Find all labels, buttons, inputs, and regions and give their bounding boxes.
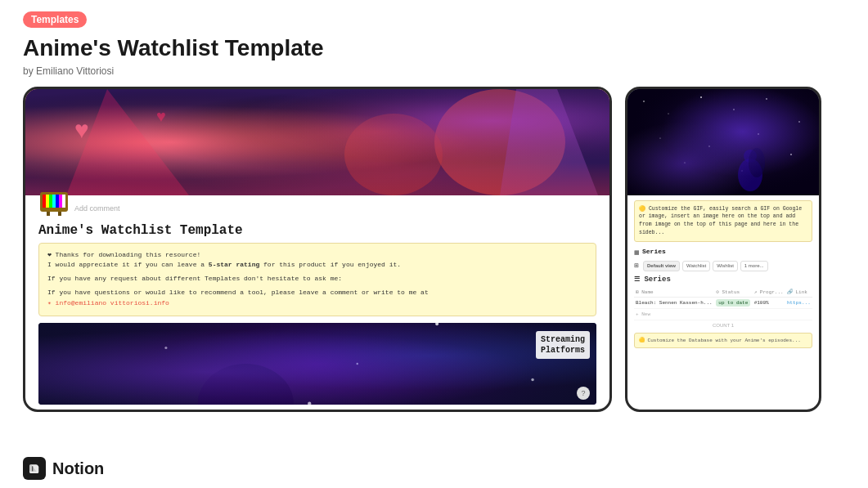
gif-customize-text: Customize the GIF, easily search a GIF o…	[634, 200, 812, 242]
svg-rect-17	[59, 195, 62, 208]
page-author: by Emiliano Vittoriosi	[23, 65, 845, 77]
streaming-label: Streaming Platforms	[536, 331, 590, 359]
info-line2: I would appreciate it if you can leave a…	[47, 260, 587, 271]
svg-point-46	[738, 159, 762, 191]
svg-point-29	[308, 401, 311, 404]
col-link: 🔗 Link	[785, 288, 812, 298]
svg-point-45	[741, 170, 743, 172]
info-line1: ❤️ Thanks for downloading this resource!	[47, 250, 587, 261]
series-db-title: ☰ Series	[634, 275, 812, 286]
svg-rect-32	[627, 89, 819, 195]
tab-wishlist[interactable]: Wishlist	[713, 261, 738, 271]
anime-art: ♥ ♥	[25, 89, 609, 195]
page-header: Templates Anime's Watchlist Template by …	[0, 0, 868, 87]
table-row: Bleach: Sennen Kassen-h... up to date #1…	[634, 298, 812, 309]
view-tabs: ⊞ Default view Watchlist Wishlist 1 more…	[634, 261, 812, 271]
notion-label: Notion	[52, 459, 104, 478]
templates-badge[interactable]: Templates	[23, 11, 87, 28]
series-table: ⊞ Name ⊙ Status ↗ Progr... 🔗 Link Bleach…	[634, 288, 812, 320]
svg-rect-14	[49, 195, 52, 208]
svg-point-5	[344, 114, 443, 195]
cell-name: Bleach: Sennen Kassen-h...	[634, 298, 714, 309]
cell-link: https...	[785, 298, 812, 309]
question-mark-icon[interactable]: ?	[577, 387, 590, 400]
svg-rect-18	[62, 195, 65, 208]
svg-rect-31	[627, 89, 819, 195]
info-email[interactable]: ✴ info@emiliano vittoriosi.info	[47, 298, 587, 309]
svg-point-36	[700, 96, 702, 98]
svg-rect-15	[52, 195, 56, 208]
svg-point-35	[668, 113, 668, 114]
svg-point-24	[164, 347, 167, 349]
svg-rect-3	[25, 89, 609, 195]
info-box: ❤️ Thanks for downloading this resource!…	[38, 243, 596, 316]
new-row[interactable]: + New	[634, 309, 812, 320]
svg-point-43	[790, 154, 792, 155]
page-title: Anime's Watchlist Template	[23, 34, 845, 62]
right-tablet-inner: Customize the GIF, easily search a GIF o…	[627, 89, 819, 410]
svg-point-38	[766, 98, 767, 100]
svg-rect-1	[25, 89, 609, 195]
col-name: ⊞ Name	[634, 288, 714, 298]
customize-bottom-text: Customize the Database with your Anime's…	[634, 333, 812, 348]
svg-point-30	[198, 364, 294, 405]
svg-point-26	[357, 362, 358, 364]
tablet-bottom-row: Streaming Platforms ?	[38, 323, 596, 405]
svg-rect-19	[47, 212, 50, 216]
tab-more[interactable]: 1 more...	[740, 261, 768, 271]
svg-point-37	[733, 109, 734, 110]
svg-rect-2	[25, 89, 609, 195]
new-row-label[interactable]: + New	[634, 309, 812, 320]
svg-point-48	[749, 148, 765, 177]
svg-text:♥: ♥	[156, 107, 166, 125]
cell-status: up to date	[714, 298, 752, 309]
space-banner	[627, 89, 819, 195]
notion-icon	[27, 461, 42, 476]
right-tablet: Customize the GIF, easily search a GIF o…	[625, 87, 821, 412]
series-row: ▦ Series	[634, 247, 812, 259]
count-text: COUNT 1	[634, 322, 812, 329]
notion-logo	[23, 457, 46, 480]
cell-progress: #100%	[753, 298, 785, 309]
left-tablet-inner: ♥ ♥	[25, 89, 609, 410]
svg-marker-6	[500, 89, 598, 195]
info-line3: If you have any request about different …	[47, 274, 587, 284]
svg-point-47	[744, 150, 757, 163]
svg-point-41	[708, 146, 710, 147]
tv-icon	[38, 192, 70, 217]
svg-text:♥: ♥	[74, 116, 89, 143]
svg-rect-21	[38, 323, 596, 405]
svg-point-42	[758, 133, 758, 134]
star-rating-text: 5-star rating	[209, 261, 259, 268]
tab-watchlist[interactable]: Watchlist	[682, 261, 710, 271]
status-badge: up to date	[716, 299, 750, 307]
right-doc-content: Customize the GIF, easily search a GIF o…	[627, 195, 819, 354]
anime-banner: ♥ ♥	[25, 89, 609, 195]
svg-point-27	[435, 323, 438, 325]
svg-rect-0	[25, 89, 609, 195]
svg-marker-7	[66, 89, 189, 195]
svg-point-34	[643, 101, 645, 102]
svg-rect-33	[627, 89, 819, 195]
tablets-container: ♥ ♥	[0, 87, 868, 412]
doc-title: Anime's Watchlist Template	[25, 222, 609, 243]
svg-point-4	[434, 89, 565, 195]
svg-rect-20	[58, 212, 61, 216]
svg-point-44	[684, 162, 685, 163]
series-label: Series	[642, 247, 666, 257]
left-tablet: ♥ ♥	[23, 87, 612, 412]
info-line4: If you have questions or would like to r…	[47, 288, 587, 298]
add-comment-label[interactable]: Add comment	[74, 204, 120, 213]
tab-default-view[interactable]: Default view	[643, 261, 680, 271]
svg-rect-12	[43, 195, 46, 208]
streaming-thumbnail: Streaming Platforms ?	[38, 323, 596, 405]
col-status: ⊙ Status	[714, 288, 752, 298]
svg-point-40	[659, 137, 660, 138]
svg-rect-13	[46, 195, 49, 208]
footer: Notion	[0, 449, 868, 488]
svg-rect-16	[56, 195, 59, 208]
col-progress: ↗ Progr...	[753, 288, 785, 298]
svg-point-39	[798, 121, 800, 123]
tv-icon-area: Add comment	[25, 195, 609, 222]
svg-point-28	[531, 378, 534, 381]
